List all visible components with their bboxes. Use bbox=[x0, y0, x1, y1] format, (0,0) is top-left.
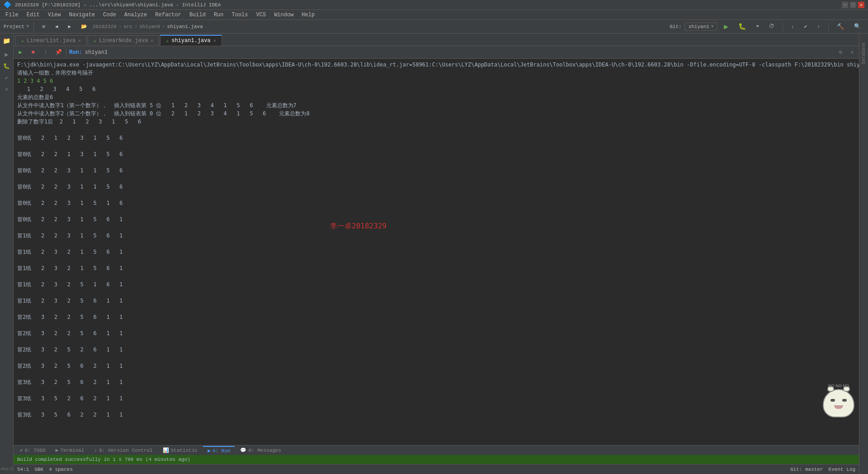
status-indent[interactable]: 4 spaces bbox=[49, 467, 73, 472]
build-project-button[interactable]: 🔨 bbox=[833, 22, 848, 31]
search-everywhere-button[interactable]: 🔍 bbox=[850, 22, 864, 31]
output-line-22 bbox=[17, 240, 855, 248]
tab-linearlist-close[interactable]: ✕ bbox=[78, 38, 81, 43]
event-log-button[interactable]: Event Log bbox=[829, 467, 855, 472]
stop-button[interactable]: ■ bbox=[28, 47, 38, 57]
tab-linearlist[interactable]: ☕ LinearList.java ✕ bbox=[15, 35, 87, 46]
run-settings-button[interactable]: ⚙ bbox=[835, 47, 845, 57]
menu-tools[interactable]: Tools bbox=[228, 11, 252, 19]
todo-tab[interactable]: ✔ 6: TODO bbox=[15, 446, 50, 454]
menu-vcs[interactable]: VCS bbox=[253, 11, 270, 19]
vcs-push-button[interactable]: ↑ bbox=[813, 23, 824, 30]
title-bar-left: 🔷 20182329 [F:\20182329] – ...\src\shiya… bbox=[4, 1, 221, 9]
run-header-sep bbox=[66, 48, 66, 57]
rerun-button[interactable]: ▶ bbox=[15, 47, 25, 57]
menu-run[interactable]: Run bbox=[210, 11, 227, 19]
menu-help[interactable]: Help bbox=[298, 11, 318, 19]
menu-navigate[interactable]: Navigate bbox=[65, 11, 99, 19]
menu-window[interactable]: Window bbox=[270, 11, 297, 19]
pin-button[interactable]: 📌 bbox=[53, 47, 63, 57]
menu-edit[interactable]: Edit bbox=[23, 11, 43, 19]
menu-code[interactable]: Code bbox=[99, 11, 120, 19]
java-file-icon3: ☕ bbox=[166, 38, 169, 43]
sidebar-favorites-icon[interactable]: 2:Fav bbox=[1, 463, 12, 474]
terminal-label: Terminal bbox=[60, 448, 84, 453]
nav-prev-icon[interactable]: ◀ bbox=[52, 23, 62, 30]
database-panel-label: Database bbox=[861, 43, 866, 64]
left-sidebar: 📁 ▶ 🐛 ✔ ≡ 2:Fav bbox=[0, 33, 14, 474]
output-line-39: 冒3纸 3 2 5 6 2 1 1 bbox=[17, 378, 855, 386]
output-line-42 bbox=[17, 403, 855, 411]
tab-linearnode-label: LinearNode.java bbox=[99, 38, 148, 44]
terminal-tab[interactable]: ▶ Terminal bbox=[51, 446, 89, 454]
nav-next-icon[interactable]: ▶ bbox=[64, 23, 75, 30]
output-line-40 bbox=[17, 386, 855, 394]
statistic-label: Statistic bbox=[171, 448, 198, 453]
vcs-label: 9: Version Control bbox=[99, 448, 153, 453]
minimize-button[interactable]: — bbox=[842, 2, 848, 8]
breadcrumb-src: src bbox=[123, 24, 132, 29]
status-encoding[interactable]: GBK bbox=[34, 467, 43, 472]
sidebar-debug-icon[interactable]: 🐛 bbox=[1, 61, 12, 71]
output-line-17: 冒0纸 2 2 3 1 5 1 6 bbox=[17, 199, 855, 207]
right-database-strip[interactable]: Database bbox=[859, 33, 868, 474]
sidebar-structure-icon[interactable]: ≡ bbox=[1, 84, 12, 95]
vcs-icon: ↕ bbox=[94, 448, 97, 453]
version-control-tab[interactable]: ↕ 9: Version Control bbox=[90, 447, 157, 454]
recent-files-icon[interactable]: 📂 bbox=[77, 23, 91, 30]
run-close-button[interactable]: ✕ bbox=[847, 47, 857, 57]
run-tab[interactable]: ▶ 4: Run bbox=[203, 446, 235, 455]
todo-icon: ✔ bbox=[20, 447, 23, 453]
output-line-27: 冒1纸 2 3 2 5 1 6 1 bbox=[17, 280, 855, 289]
menu-build[interactable]: Build bbox=[186, 11, 209, 19]
debug-button[interactable]: 🐛 bbox=[735, 22, 750, 31]
run-label: Run: bbox=[69, 49, 82, 56]
sidebar-run-icon[interactable]: ▶ bbox=[1, 49, 12, 60]
tab-linearnode[interactable]: ☕ LinearNode.java ✕ bbox=[88, 35, 159, 46]
git-area: Git: bbox=[670, 24, 681, 29]
menu-analyze[interactable]: Analyze bbox=[121, 11, 151, 19]
messages-tab[interactable]: 💬 0: Messages bbox=[236, 446, 286, 454]
coverage-button[interactable]: ☂ bbox=[752, 22, 763, 31]
run-config-selector[interactable]: shiyan1 ▼ bbox=[684, 23, 718, 31]
output-line-30 bbox=[17, 305, 855, 313]
sidebar-todo-icon[interactable]: ✔ bbox=[1, 72, 12, 83]
run-config-label: shiyan1 bbox=[689, 24, 709, 29]
file-tab-bar: ☕ LinearList.java ✕ ☕ LinearNode.java ✕ … bbox=[14, 33, 859, 46]
project-selector[interactable]: Project ▼ bbox=[4, 24, 29, 29]
settings-icon[interactable]: ⚙ bbox=[38, 23, 49, 30]
tab-linearlist-label: LinearList.java bbox=[27, 38, 75, 44]
output-line-15: 冒0纸 2 2 3 1 1 5 6 bbox=[17, 183, 855, 191]
run-panel-header: ▶ ■ ↕ 📌 Run: shiyan1 ⚙ ✕ bbox=[14, 46, 859, 59]
output-line-26 bbox=[17, 272, 855, 280]
profile-button[interactable]: ⏱ bbox=[765, 22, 778, 31]
output-line-7: 删除了数字1后 2 1 2 3 1 5 6 bbox=[17, 118, 855, 126]
vcs-commit-button[interactable]: ✔ bbox=[801, 23, 811, 30]
git-label: Git: bbox=[670, 24, 681, 29]
breadcrumb-project: 20182329 bbox=[93, 24, 117, 29]
output-line-41: 冒3纸 3 5 2 6 2 1 1 bbox=[17, 394, 855, 403]
tab-shiyan1-close[interactable]: ✕ bbox=[213, 38, 216, 43]
run-button[interactable]: ▶ bbox=[720, 21, 732, 32]
output-line-18 bbox=[17, 207, 855, 215]
messages-icon: 💬 bbox=[240, 447, 246, 453]
status-position[interactable]: 54:1 bbox=[17, 467, 29, 472]
menu-refactor[interactable]: Refactor bbox=[151, 11, 185, 19]
close-button[interactable]: ✕ bbox=[858, 2, 864, 8]
output-line-2: 1 2 3 4 5 6 bbox=[17, 77, 855, 85]
tab-shiyan1[interactable]: ☕ shiyan1.java ✕ bbox=[160, 35, 222, 46]
maximize-button[interactable]: □ bbox=[850, 2, 856, 8]
statistic-tab[interactable]: 📊 Statistic bbox=[158, 446, 202, 454]
output-line-33: 冒2纸 3 2 2 5 6 1 1 bbox=[17, 329, 855, 337]
tab-linearnode-close[interactable]: ✕ bbox=[151, 38, 153, 43]
menu-file[interactable]: File bbox=[2, 11, 22, 19]
output-line-13: 冒0纸 2 2 3 1 1 5 6 bbox=[17, 166, 855, 175]
menu-view[interactable]: View bbox=[44, 11, 65, 19]
vcs-update-button[interactable]: ↓ bbox=[788, 23, 798, 30]
output-line-14 bbox=[17, 175, 855, 183]
sidebar-project-icon[interactable]: 📁 bbox=[1, 35, 12, 46]
output-line-4: 元素的总数是6 bbox=[17, 93, 855, 101]
status-git: Git: master bbox=[790, 467, 823, 472]
restore-layout-button[interactable]: ↕ bbox=[41, 47, 51, 57]
run-header-right: ⚙ ✕ bbox=[835, 47, 857, 57]
